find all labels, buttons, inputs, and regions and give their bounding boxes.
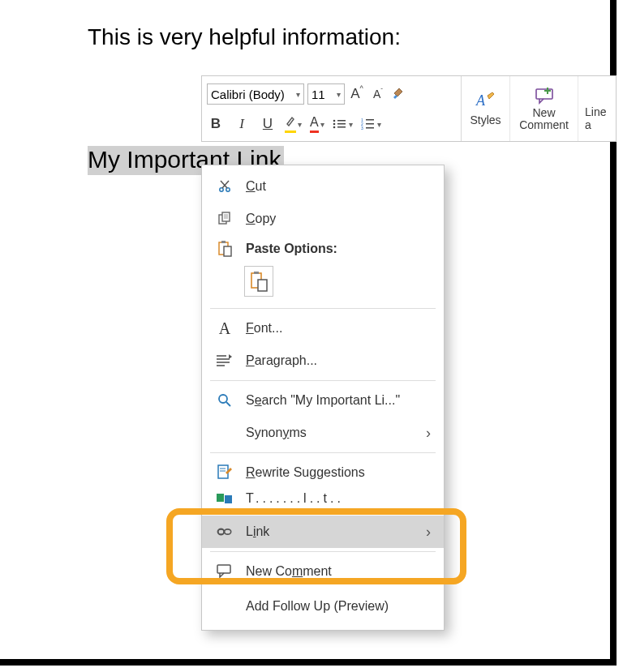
chevron-down-icon: ▾ (298, 120, 302, 129)
paste-options-label: Paste Options: (246, 242, 431, 256)
chevron-down-icon: ▾ (377, 120, 381, 129)
cut-menuitem[interactable]: Cut (202, 170, 444, 203)
shrink-font-button[interactable]: Aˇ (369, 85, 387, 103)
link-menuitem[interactable]: Link › (202, 516, 444, 548)
grow-font-button[interactable]: A^ (348, 85, 366, 103)
link-label: Link (246, 524, 413, 539)
rewrite-label: Rewrite Suggestions (246, 465, 431, 480)
svg-rect-11 (366, 127, 374, 129)
bold-button[interactable]: B (207, 115, 225, 133)
new-comment-button[interactable]: New Comment (510, 76, 578, 141)
line-label: Line a (585, 105, 612, 131)
translate-icon (217, 492, 233, 505)
separator (210, 511, 436, 512)
link-icon (217, 526, 233, 537)
paste-icon (217, 241, 233, 257)
cut-label: Cut (246, 179, 431, 194)
font-size-value: 11 (312, 88, 325, 101)
new-comment-label: New Comment (517, 107, 571, 132)
svg-point-43 (225, 529, 231, 534)
svg-rect-44 (217, 565, 230, 573)
svg-rect-40 (217, 494, 224, 502)
mini-toolbar: Calibri (Body) ▾ 11 ▾ A^ Aˇ B I U (201, 75, 617, 142)
svg-line-36 (226, 402, 230, 406)
styles-button[interactable]: A Styles (462, 76, 510, 141)
svg-text:A: A (475, 92, 486, 109)
format-painter-button[interactable] (390, 85, 408, 103)
svg-rect-30 (258, 280, 267, 291)
paste-keep-source-button[interactable] (244, 266, 273, 297)
svg-point-35 (219, 395, 227, 403)
font-color-button[interactable]: A ▾ (310, 115, 324, 133)
svg-point-0 (333, 120, 335, 122)
svg-rect-29 (254, 272, 259, 274)
paragraph-label: Paragraph... (246, 353, 431, 368)
font-size-select[interactable]: 11 ▾ (307, 83, 345, 105)
new-comment-menuitem[interactable]: New Comment (202, 555, 444, 588)
document-heading: This is very helpful information: (88, 24, 401, 50)
svg-rect-41 (225, 495, 232, 503)
svg-rect-9 (366, 123, 374, 125)
chevron-right-icon: › (426, 425, 431, 442)
highlight-button[interactable]: ▾ (285, 115, 302, 133)
separator (210, 380, 436, 381)
svg-rect-3 (337, 123, 346, 125)
paragraph-menuitem[interactable]: Paragraph... (202, 345, 444, 377)
search-icon (217, 393, 233, 408)
translate-menuitem[interactable]: T.......l..t.. (202, 489, 444, 508)
svg-text:3: 3 (361, 126, 363, 130)
line-button[interactable]: Line a (578, 76, 619, 141)
follow-up-menuitem[interactable]: Add Follow Up (Preview) (202, 588, 444, 625)
copy-menuitem[interactable]: Copy (202, 203, 444, 235)
font-menuitem[interactable]: A Font... (202, 312, 444, 345)
svg-rect-26 (221, 241, 226, 243)
svg-point-2 (333, 123, 335, 126)
font-name-select[interactable]: Calibri (Body) ▾ (207, 83, 304, 105)
separator (210, 308, 436, 309)
separator (210, 551, 436, 552)
font-label: Font... (246, 321, 431, 336)
chevron-down-icon: ▾ (349, 120, 353, 129)
svg-rect-1 (337, 120, 346, 122)
scissors-icon (217, 179, 233, 194)
paragraph-icon (217, 354, 233, 367)
copy-label: Copy (246, 212, 431, 226)
chevron-down-icon: ▾ (320, 120, 324, 129)
svg-rect-7 (366, 119, 374, 121)
font-icon: A (217, 319, 233, 338)
synonyms-label: Synonyms (246, 426, 413, 440)
chevron-right-icon: › (426, 524, 431, 541)
bullets-button[interactable]: ▾ (333, 118, 353, 130)
follow-up-label: Add Follow Up (Preview) (246, 599, 431, 614)
comment-icon (217, 564, 233, 579)
search-menuitem[interactable]: Search "My Important Li..." (202, 384, 444, 417)
search-label: Search "My Important Li..." (246, 393, 431, 408)
italic-button[interactable]: I (233, 115, 251, 133)
numbering-button[interactable]: 123 ▾ (361, 118, 381, 130)
underline-button[interactable]: U (259, 115, 277, 133)
svg-rect-27 (224, 246, 231, 256)
translate-label: T.......l..t.. (246, 491, 431, 506)
chevron-down-icon: ▾ (337, 90, 341, 99)
context-menu: Cut Copy Paste Options: A Font... (201, 165, 445, 631)
chevron-down-icon: ▾ (296, 90, 300, 99)
styles-label: Styles (470, 113, 501, 126)
new-comment-label: New Comment (246, 564, 431, 579)
font-name-value: Calibri (Body) (211, 88, 285, 101)
paste-options-row (202, 263, 444, 305)
rewrite-menuitem[interactable]: Rewrite Suggestions (202, 456, 444, 489)
separator (210, 452, 436, 453)
synonyms-menuitem[interactable]: Synonyms › (202, 417, 444, 449)
svg-rect-5 (337, 126, 346, 128)
paste-options-header: Paste Options: (202, 235, 444, 263)
copy-icon (217, 212, 233, 226)
rewrite-icon (217, 464, 233, 481)
svg-point-4 (333, 126, 335, 129)
